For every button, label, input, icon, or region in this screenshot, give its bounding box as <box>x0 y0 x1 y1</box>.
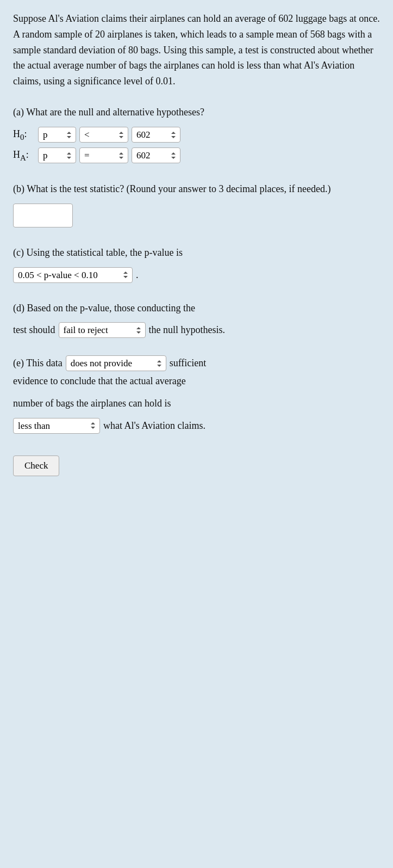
part-b: (b) What is the test statistic? (Round y… <box>13 181 380 227</box>
part-e-row1: (e) This data does not provide provides … <box>13 355 380 371</box>
part-d-end-text: the null hypothesis. <box>149 323 226 337</box>
part-a-label: (a) What are the null and alternative hy… <box>13 104 380 120</box>
part-e-end: what Al's Aviation claims. <box>103 418 205 433</box>
part-c: (c) Using the statistical table, the p-v… <box>13 245 380 283</box>
part-d-row: test should fail to reject reject the nu… <box>13 322 380 338</box>
h0-operator-select[interactable]: < > = ≠ ≤ ≥ <box>79 127 128 143</box>
h0-variable-select[interactable]: p μ σ <box>38 127 76 143</box>
part-e-line2: evidence to conclude that the actual ave… <box>13 373 380 389</box>
h0-row: H0: p μ σ < > = ≠ ≤ ≥ 602 568 80 20 0.01 <box>13 127 380 143</box>
part-e: (e) This data does not provide provides … <box>13 355 380 434</box>
less-than-row: less than greater than equal to what Al'… <box>13 418 380 434</box>
check-button[interactable]: Check <box>13 455 59 476</box>
problem-statement: Suppose Al's Aviation claims their airpl… <box>13 13 380 87</box>
ha-row: HA: p μ σ = < > ≠ ≤ ≥ 602 568 80 20 0.01 <box>13 147 380 164</box>
part-d-label-line1: (d) Based on the p-value, those conducti… <box>13 300 380 316</box>
pvalue-row: 0.05 < p-value < 0.10 p-value < 0.01 0.0… <box>13 267 380 283</box>
part-e-line3: number of bags the airplanes can hold is <box>13 396 380 411</box>
check-button-container: Check <box>13 451 380 476</box>
ha-variable-select[interactable]: p μ σ <box>38 147 76 163</box>
part-e-start: (e) This data <box>13 356 63 371</box>
part-b-label: (b) What is the test statistic? (Round y… <box>13 181 380 197</box>
ha-value-select[interactable]: 602 568 80 20 0.01 <box>132 147 180 163</box>
period: . <box>136 268 139 282</box>
part-c-label: (c) Using the statistical table, the p-v… <box>13 245 380 261</box>
evidence-select[interactable]: does not provide provides <box>66 355 166 371</box>
h0-symbol: H0: <box>13 127 35 143</box>
part-a: (a) What are the null and alternative hy… <box>13 104 380 164</box>
pvalue-select[interactable]: 0.05 < p-value < 0.10 p-value < 0.01 0.0… <box>13 267 133 283</box>
part-e-suffix: sufficient <box>170 356 207 371</box>
ha-operator-select[interactable]: = < > ≠ ≤ ≥ <box>79 147 128 163</box>
problem-text: Suppose Al's Aviation claims their airpl… <box>13 11 380 89</box>
page-container: Suppose Al's Aviation claims their airpl… <box>13 11 380 476</box>
h0-value-select[interactable]: 602 568 80 20 0.01 <box>132 127 180 143</box>
part-d-test-should: test should <box>13 323 55 337</box>
part-d: (d) Based on the p-value, those conducti… <box>13 300 380 338</box>
comparison-select[interactable]: less than greater than equal to <box>13 418 100 434</box>
ha-symbol: HA: <box>13 147 35 164</box>
decision-select[interactable]: fail to reject reject <box>59 322 146 338</box>
test-statistic-input[interactable] <box>13 204 73 227</box>
